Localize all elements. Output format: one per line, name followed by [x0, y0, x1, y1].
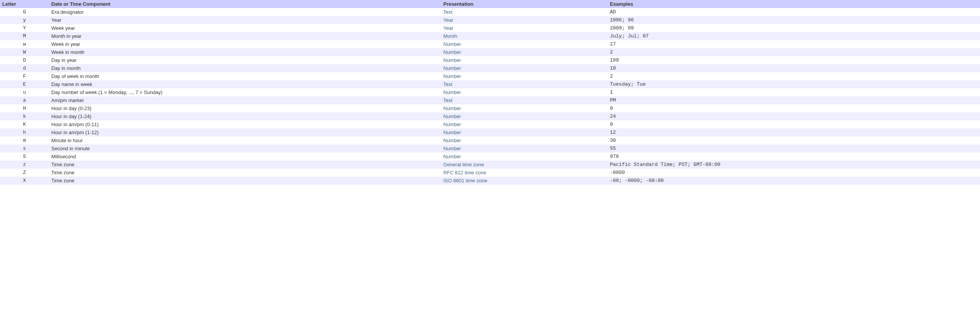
cell-letter: Z — [0, 169, 49, 177]
cell-component: Hour in day (1-24) — [49, 112, 441, 120]
cell-examples: Tuesday; Tue — [608, 80, 980, 88]
cell-letter: y — [0, 16, 49, 24]
cell-presentation: Text — [441, 8, 608, 16]
cell-examples: 10 — [608, 64, 980, 72]
cell-letter: G — [0, 8, 49, 16]
presentation-link[interactable]: Number — [443, 138, 461, 143]
cell-presentation: RFC 822 time zone — [441, 169, 608, 177]
cell-component: Day number of week (1 = Monday, ..., 7 =… — [49, 88, 441, 96]
presentation-link[interactable]: Number — [443, 65, 461, 71]
cell-component: Month in year — [49, 32, 441, 40]
table-row: MMonth in yearMonthJuly; Jul; 07 — [0, 32, 980, 40]
presentation-link[interactable]: Number — [443, 57, 461, 63]
cell-presentation: Number — [441, 48, 608, 56]
cell-examples: 1996; 96 — [608, 16, 980, 24]
cell-presentation: Number — [441, 144, 608, 153]
cell-examples: 189 — [608, 56, 980, 64]
cell-component: Day of week in month — [49, 72, 441, 80]
cell-letter: s — [0, 144, 49, 153]
table-row: zTime zoneGeneral time zonePacific Stand… — [0, 161, 980, 169]
cell-presentation: Month — [441, 32, 608, 40]
cell-examples: -0800 — [608, 169, 980, 177]
presentation-link[interactable]: Number — [443, 106, 461, 111]
cell-component: Hour in am/pm (0-11) — [49, 120, 441, 128]
cell-presentation: Number — [441, 40, 608, 48]
table-row: FDay of week in monthNumber2 — [0, 72, 980, 80]
cell-component: Minute in hour — [49, 136, 441, 144]
presentation-link[interactable]: Number — [443, 49, 461, 55]
table-row: sSecond in minuteNumber55 — [0, 144, 980, 153]
presentation-link[interactable]: Text — [443, 81, 452, 87]
cell-presentation: Number — [441, 88, 608, 96]
header-examples: Examples — [608, 0, 980, 8]
table-row: ZTime zoneRFC 822 time zone-0800 — [0, 169, 980, 177]
table-row: GEra designatorTextAD — [0, 8, 980, 16]
cell-examples: 0 — [608, 120, 980, 128]
cell-presentation: Number — [441, 153, 608, 161]
presentation-link[interactable]: Number — [443, 73, 461, 79]
table-row: hHour in am/pm (1-12)Number12 — [0, 128, 980, 136]
table-row: mMinute in hourNumber30 — [0, 136, 980, 144]
cell-component: Am/pm marker — [49, 96, 441, 104]
cell-presentation: Number — [441, 120, 608, 128]
cell-component: Second in minute — [49, 144, 441, 153]
cell-examples: 2 — [608, 72, 980, 80]
table-row: kHour in day (1-24)Number24 — [0, 112, 980, 120]
cell-component: Day in month — [49, 64, 441, 72]
cell-presentation: Year — [441, 24, 608, 32]
presentation-link[interactable]: Number — [443, 89, 461, 95]
cell-examples: Pacific Standard Time; PST; GMT-08:00 — [608, 161, 980, 169]
presentation-link[interactable]: Month — [443, 33, 457, 39]
cell-presentation: Text — [441, 80, 608, 88]
presentation-link[interactable]: Number — [443, 114, 461, 119]
presentation-link[interactable]: Year — [443, 17, 453, 23]
table-row: HHour in day (0-23)Number0 — [0, 104, 980, 112]
presentation-link[interactable]: Number — [443, 130, 461, 135]
presentation-link[interactable]: Text — [443, 9, 452, 15]
cell-letter: a — [0, 96, 49, 104]
cell-examples: PM — [608, 96, 980, 104]
cell-letter: W — [0, 48, 49, 56]
cell-component: Time zone — [49, 161, 441, 169]
cell-letter: M — [0, 32, 49, 40]
cell-examples: 27 — [608, 40, 980, 48]
cell-presentation: Number — [441, 56, 608, 64]
presentation-link[interactable]: Number — [443, 41, 461, 47]
cell-letter: h — [0, 128, 49, 136]
table-row: uDay number of week (1 = Monday, ..., 7 … — [0, 88, 980, 96]
presentation-link[interactable]: Year — [443, 25, 453, 31]
cell-letter: F — [0, 72, 49, 80]
cell-presentation: Text — [441, 96, 608, 104]
table-row: SMillisecondNumber978 — [0, 153, 980, 161]
presentation-link[interactable]: Number — [443, 122, 461, 127]
presentation-link[interactable]: Number — [443, 146, 461, 151]
table-row: XTime zoneISO 8601 time zone-08; -0800; … — [0, 177, 980, 185]
header-presentation: Presentation — [441, 0, 608, 8]
presentation-link[interactable]: General time zone — [443, 162, 484, 167]
cell-examples: 24 — [608, 112, 980, 120]
header-component: Date or Time Component — [49, 0, 441, 8]
cell-presentation: Number — [441, 72, 608, 80]
date-pattern-table: Letter Date or Time Component Presentati… — [0, 0, 980, 185]
presentation-link[interactable]: Text — [443, 97, 452, 103]
table-row: wWeek in yearNumber27 — [0, 40, 980, 48]
table-row: YWeek yearYear2009; 09 — [0, 24, 980, 32]
cell-presentation: Number — [441, 112, 608, 120]
presentation-link[interactable]: Number — [443, 154, 461, 159]
presentation-link[interactable]: ISO 8601 time zone — [443, 178, 487, 183]
cell-presentation: Number — [441, 64, 608, 72]
table-row: dDay in monthNumber10 — [0, 64, 980, 72]
cell-examples: July; Jul; 07 — [608, 32, 980, 40]
presentation-link[interactable]: RFC 822 time zone — [443, 170, 486, 175]
cell-component: Year — [49, 16, 441, 24]
cell-letter: X — [0, 177, 49, 185]
cell-examples: -08; -0800; -08:00 — [608, 177, 980, 185]
cell-presentation: Number — [441, 104, 608, 112]
cell-letter: K — [0, 120, 49, 128]
cell-presentation: Year — [441, 16, 608, 24]
header-letter: Letter — [0, 0, 49, 8]
cell-component: Day in year — [49, 56, 441, 64]
cell-presentation: Number — [441, 136, 608, 144]
cell-examples: 978 — [608, 153, 980, 161]
cell-component: Era designator — [49, 8, 441, 16]
